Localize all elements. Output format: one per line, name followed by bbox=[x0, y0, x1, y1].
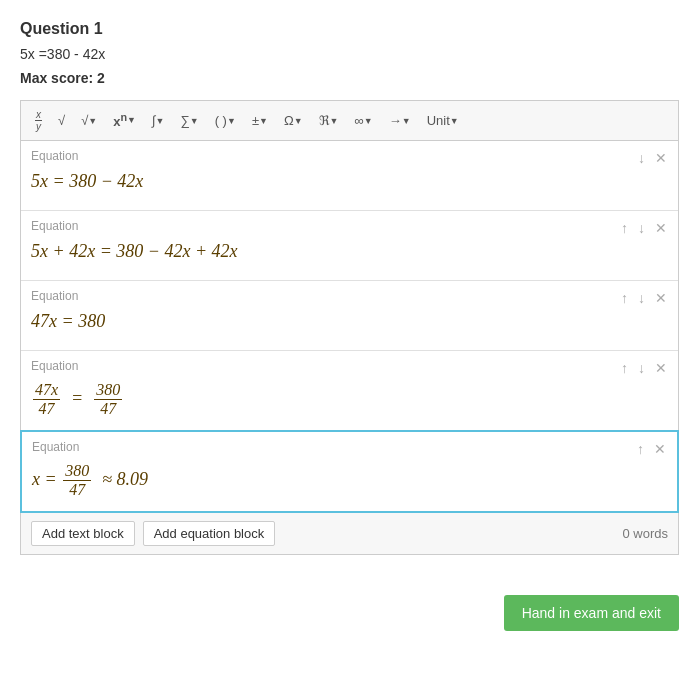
equation-label-2: Equation bbox=[31, 219, 668, 233]
block-controls-1: ↓ ✕ bbox=[635, 149, 670, 167]
infinity-dropdown-btn[interactable]: ∞ ▼ bbox=[351, 111, 377, 130]
equation-block-5: Equation x = 380 47 ≈ 8.09 ↑ ✕ bbox=[20, 430, 679, 513]
arrow-dropdown-btn[interactable]: → ▼ bbox=[385, 111, 415, 130]
equation-block-4: Equation 47x 47 = 380 47 ↑ ↓ ✕ bbox=[21, 351, 678, 431]
equations-container: Equation 5x = 380 − 42x ↓ ✕ Equation 5x … bbox=[20, 140, 679, 513]
block-4-up-btn[interactable]: ↑ bbox=[618, 359, 631, 377]
fraction-380-47-final: 380 47 bbox=[63, 462, 91, 499]
equation-display-5: x = 380 47 ≈ 8.09 bbox=[32, 458, 667, 503]
fraction-380-47: 380 47 bbox=[94, 381, 122, 418]
block-4-down-btn[interactable]: ↓ bbox=[635, 359, 648, 377]
block-controls-5: ↑ ✕ bbox=[634, 440, 669, 458]
block-2-down-btn[interactable]: ↓ bbox=[635, 219, 648, 237]
sqrt-btn[interactable]: √ bbox=[54, 111, 69, 130]
question-equation: 5x =380 - 42x bbox=[20, 46, 679, 62]
bottom-bar-left: Add text block Add equation block bbox=[31, 521, 275, 546]
sqrt-dropdown-btn[interactable]: √ ▼ bbox=[77, 111, 101, 130]
equation-label-1: Equation bbox=[31, 149, 668, 163]
equation-display-1: 5x = 380 − 42x bbox=[31, 167, 668, 196]
bottom-bar: Add text block Add equation block 0 word… bbox=[20, 513, 679, 555]
block-3-down-btn[interactable]: ↓ bbox=[635, 289, 648, 307]
bracket-dropdown-btn[interactable]: ( ) ▼ bbox=[211, 111, 240, 130]
question-title: Question 1 bbox=[20, 20, 679, 38]
plusminus-dropdown-btn[interactable]: ± ▼ bbox=[248, 111, 272, 130]
equation-block-1: Equation 5x = 380 − 42x ↓ ✕ bbox=[21, 141, 678, 211]
real-dropdown-btn[interactable]: ℜ ▼ bbox=[315, 111, 343, 130]
hand-in-button[interactable]: Hand in exam and exit bbox=[504, 595, 679, 631]
word-count: 0 words bbox=[622, 526, 668, 541]
add-text-block-btn[interactable]: Add text block bbox=[31, 521, 135, 546]
add-equation-block-btn[interactable]: Add equation block bbox=[143, 521, 276, 546]
fraction-btn[interactable]: xy bbox=[31, 107, 46, 134]
equation-label-4: Equation bbox=[31, 359, 668, 373]
block-controls-3: ↑ ↓ ✕ bbox=[618, 289, 670, 307]
block-3-delete-btn[interactable]: ✕ bbox=[652, 289, 670, 307]
block-controls-2: ↑ ↓ ✕ bbox=[618, 219, 670, 237]
block-2-delete-btn[interactable]: ✕ bbox=[652, 219, 670, 237]
omega-dropdown-btn[interactable]: Ω ▼ bbox=[280, 111, 307, 130]
block-5-delete-btn[interactable]: ✕ bbox=[651, 440, 669, 458]
equation-label-3: Equation bbox=[31, 289, 668, 303]
integral-dropdown-btn[interactable]: ∫ ▼ bbox=[148, 111, 168, 130]
page-wrapper: Question 1 5x =380 - 42x Max score: 2 xy… bbox=[0, 0, 699, 681]
block-3-up-btn[interactable]: ↑ bbox=[618, 289, 631, 307]
unit-dropdown-btn[interactable]: Unit ▼ bbox=[423, 111, 463, 130]
equation-label-5: Equation bbox=[32, 440, 667, 454]
math-toolbar: xy √ √ ▼ xn ▼ ∫ ▼ ∑ ▼ ( ) ▼ ± ▼ Ω ▼ ℜ ▼ … bbox=[20, 100, 679, 140]
equation-block-3: Equation 47x = 380 ↑ ↓ ✕ bbox=[21, 281, 678, 351]
block-5-up-btn[interactable]: ↑ bbox=[634, 440, 647, 458]
power-dropdown-btn[interactable]: xn ▼ bbox=[109, 109, 140, 131]
equation-block-2: Equation 5x + 42x = 380 − 42x + 42x ↑ ↓ … bbox=[21, 211, 678, 281]
equation-display-4: 47x 47 = 380 47 bbox=[31, 377, 668, 422]
sum-dropdown-btn[interactable]: ∑ ▼ bbox=[176, 111, 202, 130]
block-1-delete-btn[interactable]: ✕ bbox=[652, 149, 670, 167]
max-score: Max score: 2 bbox=[20, 70, 679, 86]
block-2-up-btn[interactable]: ↑ bbox=[618, 219, 631, 237]
equation-display-2: 5x + 42x = 380 − 42x + 42x bbox=[31, 237, 668, 266]
block-1-down-btn[interactable]: ↓ bbox=[635, 149, 648, 167]
footer-bar: Hand in exam and exit bbox=[20, 585, 679, 641]
block-4-delete-btn[interactable]: ✕ bbox=[652, 359, 670, 377]
block-controls-4: ↑ ↓ ✕ bbox=[618, 359, 670, 377]
fraction-47x-47: 47x 47 bbox=[33, 381, 60, 418]
equation-display-3: 47x = 380 bbox=[31, 307, 668, 336]
